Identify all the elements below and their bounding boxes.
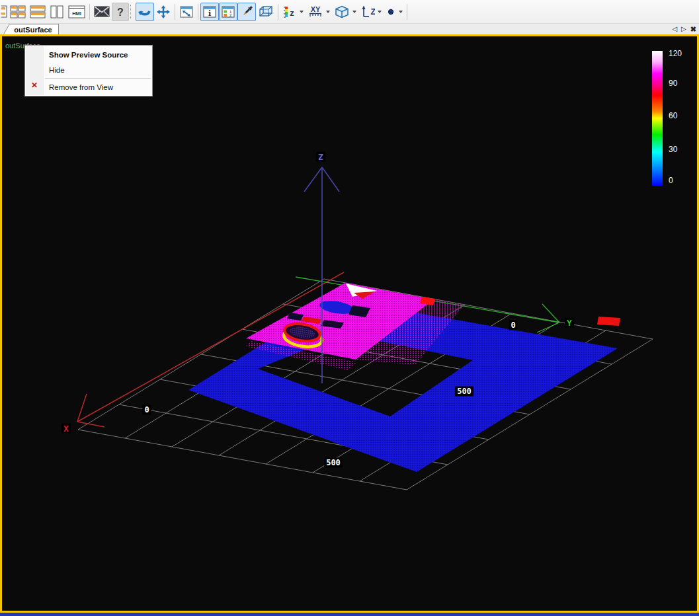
x-axis-label: X	[62, 424, 71, 434]
toolbar-separator	[175, 4, 175, 20]
legend-tick-90: 90	[669, 79, 677, 88]
legend-tick-120: 120	[669, 49, 682, 58]
legend-overlay-button[interactable]: 1 2	[219, 3, 237, 21]
layout-rows-icon	[30, 5, 46, 19]
main-toolbar: HMI ?	[0, 0, 699, 24]
layout-overflow-button[interactable]	[1, 3, 8, 21]
color-scale-button[interactable]: z	[280, 3, 306, 21]
eyedropper-icon	[239, 5, 254, 19]
svg-text:?: ?	[117, 7, 124, 18]
point-style-button[interactable]	[384, 3, 405, 21]
remove-x-icon: ✕	[31, 81, 38, 90]
bounding-box-button[interactable]	[256, 3, 276, 21]
legend-tick-0: 0	[669, 176, 673, 185]
toolbar-grip[interactable]	[130, 5, 133, 19]
viewport-frame: outSurface X Y Z 0 500 0 500 120 90 60 3…	[0, 34, 699, 613]
tab-close-button[interactable]: ✖	[690, 24, 696, 34]
toolbar-separator	[278, 4, 278, 20]
svg-text:XY: XY	[311, 5, 321, 13]
menu-item-show-preview-source[interactable]: Show Preview Source	[25, 47, 152, 62]
tab-scroll-right-button[interactable]: ▷	[681, 24, 686, 34]
z-axis-icon: Z	[360, 5, 375, 19]
layout-hmi-button[interactable]: HMI	[66, 3, 87, 21]
probe-button[interactable]	[237, 3, 256, 21]
tab-navigation: ◁ ▷ ✖	[672, 24, 696, 34]
legend-tick-60: 60	[669, 111, 677, 120]
tick-right-0: 0	[509, 321, 517, 330]
document-tabbar: outSurface ◁ ▷ ✖	[0, 24, 699, 34]
menu-item-hide[interactable]: Hide	[25, 62, 152, 77]
legend-tick-30: 30	[669, 145, 677, 154]
window-bottom-strip	[0, 613, 699, 616]
tab-outsurface[interactable]: outSurface	[3, 24, 59, 34]
wireframe-box-icon	[258, 5, 274, 19]
dropdown-caret	[300, 11, 304, 13]
layout-grid-button[interactable]	[8, 3, 28, 21]
hot-bar-right	[597, 317, 620, 326]
color-legend: 120 90 60 30 0	[650, 46, 697, 190]
envelope-icon	[94, 6, 110, 17]
xy-ruler-button[interactable]: XY	[306, 3, 332, 21]
y-axis-label: Y	[565, 318, 574, 328]
layout-columns-button[interactable]	[48, 3, 66, 21]
svg-text:i: i	[208, 9, 211, 18]
z-axis-button[interactable]: Z	[358, 3, 384, 21]
xy-ruler-icon: XY	[308, 5, 323, 19]
message-button[interactable]	[92, 3, 112, 21]
move-icon	[156, 5, 171, 19]
toolbar-separator	[407, 4, 407, 20]
surface-3d-scene[interactable]	[2, 36, 697, 611]
help-icon: ?	[115, 5, 126, 19]
dropdown-caret	[326, 11, 330, 13]
color-legend-bar	[652, 51, 667, 195]
layout-grid-icon	[10, 5, 26, 19]
cube-icon	[334, 5, 350, 19]
fit-view-button[interactable]	[177, 3, 196, 21]
info-overlay-button[interactable]: i	[200, 3, 219, 21]
dropdown-caret	[399, 11, 403, 13]
legend-window-icon: 1 2	[221, 5, 235, 19]
context-menu: Show Preview Source Hide Remove from Vie…	[24, 45, 153, 96]
info-window-icon: i	[202, 5, 217, 19]
rotate-icon	[138, 5, 152, 19]
surface-viewport[interactable]: outSurface X Y Z 0 500 0 500 120 90 60 3…	[2, 36, 697, 611]
tick-bottom-500: 500	[324, 458, 343, 468]
pan-view-button[interactable]	[154, 3, 173, 21]
toolbar-separator	[198, 4, 198, 20]
svg-text:z: z	[290, 8, 294, 18]
svg-text:Z: Z	[371, 7, 376, 17]
svg-text:HMI: HMI	[72, 11, 81, 17]
point-icon	[386, 5, 396, 19]
tab-scroll-left-button[interactable]: ◁	[672, 24, 677, 34]
dropdown-caret	[352, 11, 356, 13]
layout-rows-button[interactable]	[28, 3, 48, 21]
tab-outsurface-label: outSurface	[4, 24, 58, 34]
tick-right-500: 500	[455, 387, 473, 397]
tick-left-0: 0	[142, 405, 151, 415]
help-button[interactable]: ?	[112, 3, 129, 21]
hmi-window-icon: HMI	[68, 5, 85, 19]
layout-columns-icon	[50, 5, 64, 19]
menu-separator	[45, 78, 151, 79]
toolbar-separator	[89, 4, 90, 20]
rotate-view-button[interactable]	[136, 3, 154, 21]
layout-partial-icon	[1, 5, 8, 19]
view-cube-button[interactable]	[332, 3, 358, 21]
dropdown-caret	[378, 11, 382, 13]
menu-item-remove-from-view[interactable]: Remove from View	[25, 79, 152, 95]
z-axis-label: Z	[316, 152, 325, 162]
color-scale-icon: z	[282, 5, 297, 19]
resize-window-icon	[179, 5, 194, 19]
